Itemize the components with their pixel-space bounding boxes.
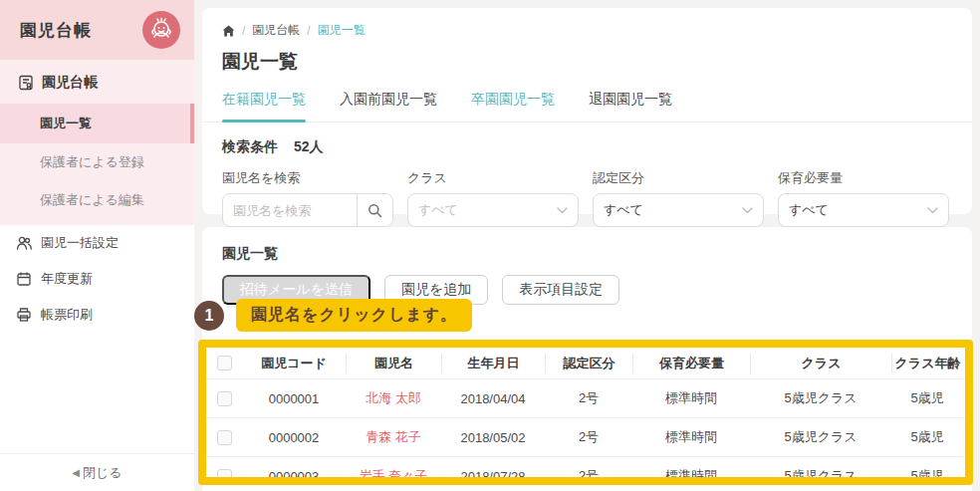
filter-name-label: 園児名を検索 bbox=[222, 169, 393, 187]
sidebar-item-label: 帳票印刷 bbox=[41, 306, 93, 324]
cell-birthday: 2018/05/02 bbox=[441, 418, 545, 456]
name-search-input[interactable] bbox=[223, 203, 357, 218]
cell-class-age: 5歳児 bbox=[891, 457, 963, 477]
select-all-checkbox[interactable] bbox=[217, 356, 232, 370]
breadcrumb-separator: / bbox=[242, 24, 245, 38]
display-settings-button[interactable]: 表示項目設定 bbox=[502, 275, 619, 305]
page-title: 園児一覧 bbox=[202, 39, 972, 75]
filter-care-amount-label: 保育必要量 bbox=[778, 169, 949, 187]
table-row: 0000002 青森 花子 2018/05/02 2号 標準時間 5歳児クラス … bbox=[206, 417, 965, 456]
search-conditions-header: 検索条件 52人 bbox=[202, 123, 972, 156]
col-header-name: 園児名 bbox=[346, 354, 441, 373]
class-select[interactable]: すべて bbox=[407, 193, 579, 227]
col-header-certification: 認定区分 bbox=[545, 354, 632, 373]
child-face-icon bbox=[142, 11, 180, 49]
breadcrumb-level1[interactable]: 園児台帳 bbox=[252, 22, 300, 39]
main-area: / 園児台帳 / 園児一覧 園児一覧 在籍園児一覧 入園前園児一覧 卒園園児一覧… bbox=[194, 0, 980, 491]
cell-code: 0000002 bbox=[242, 418, 346, 456]
sidebar-item-guardian-register[interactable]: 保護者による登録 bbox=[0, 143, 194, 181]
certification-select-value: すべて bbox=[604, 201, 643, 219]
header-card: / 園児台帳 / 園児一覧 園児一覧 在籍園児一覧 入園前園児一覧 卒園園児一覧… bbox=[202, 8, 972, 214]
filter-care-amount: 保育必要量 すべて bbox=[778, 169, 949, 227]
tab-bar: 在籍園児一覧 入園前園児一覧 卒園園児一覧 退園園児一覧 bbox=[202, 75, 972, 123]
chevron-down-icon bbox=[742, 207, 753, 214]
cell-certification: 2号 bbox=[545, 418, 632, 456]
col-header-birthday: 生年月日 bbox=[441, 354, 545, 373]
child-name-link[interactable]: 北海 太郎 bbox=[366, 389, 421, 407]
cell-birthday: 2018/07/28 bbox=[441, 457, 545, 477]
care-amount-select[interactable]: すべて bbox=[778, 193, 949, 227]
breadcrumb: / 園児台帳 / 園児一覧 bbox=[202, 8, 972, 39]
tab-graduated[interactable]: 卒園園児一覧 bbox=[471, 91, 555, 122]
search-button[interactable] bbox=[357, 194, 392, 226]
filter-row: 園児名を検索 クラス すべて bbox=[202, 156, 972, 227]
sidebar-item-child-list[interactable]: 園児一覧 bbox=[0, 104, 194, 143]
col-header-class-age: クラス年齢 bbox=[891, 354, 963, 373]
sidebar-item-label: 園児一括設定 bbox=[41, 234, 119, 252]
name-search-control bbox=[222, 193, 393, 227]
step-1-marker: 1 bbox=[194, 301, 224, 331]
calendar-icon bbox=[16, 271, 32, 287]
filter-certification: 認定区分 すべて bbox=[593, 169, 764, 227]
row-checkbox[interactable] bbox=[217, 430, 232, 445]
home-icon[interactable] bbox=[222, 25, 235, 37]
sidebar-item-print[interactable]: 帳票印刷 bbox=[0, 297, 194, 333]
filter-name: 園児名を検索 bbox=[222, 169, 393, 227]
document-icon bbox=[18, 75, 34, 91]
cell-certification: 2号 bbox=[545, 457, 632, 477]
sidebar: 園児台帳 園児台帳 園児一覧 保護者による登 bbox=[0, 0, 194, 491]
sidebar-item-label: 年度更新 bbox=[41, 270, 93, 288]
chevron-down-icon bbox=[557, 207, 568, 214]
care-amount-select-value: すべて bbox=[789, 201, 829, 219]
result-count: 52人 bbox=[294, 138, 324, 156]
child-name-link[interactable]: 岩手 奈々子 bbox=[360, 467, 428, 477]
cell-class-age: 5歳児 bbox=[891, 379, 963, 417]
row-checkbox[interactable] bbox=[217, 391, 232, 406]
people-icon bbox=[16, 235, 32, 251]
filter-certification-label: 認定区分 bbox=[593, 169, 764, 187]
app-title: 園児台帳 bbox=[20, 19, 142, 42]
cell-care: 標準時間 bbox=[632, 379, 750, 417]
sidebar-header: 園児台帳 bbox=[0, 0, 194, 60]
col-header-code: 園児コード bbox=[242, 354, 346, 373]
certification-select[interactable]: すべて bbox=[593, 193, 764, 227]
col-header-care: 保育必要量 bbox=[632, 354, 750, 373]
search-icon bbox=[368, 203, 382, 218]
cell-class: 5歳児クラス bbox=[750, 379, 891, 417]
filter-class-label: クラス bbox=[407, 169, 579, 187]
sidebar-group-registry: 園児台帳 園児一覧 保護者による登録 保護者による編集 bbox=[0, 60, 194, 225]
collapse-icon: ◀ bbox=[72, 467, 80, 478]
child-table: 園児コード 園児名 生年月日 認定区分 保育必要量 クラス クラス年齢 0000… bbox=[206, 348, 965, 477]
table-row: 0000001 北海 太郎 2018/04/04 2号 標準時間 5歳児クラス … bbox=[206, 378, 965, 417]
child-name-link[interactable]: 青森 花子 bbox=[366, 428, 421, 446]
cell-care: 標準時間 bbox=[632, 418, 750, 456]
sidebar-item-registry[interactable]: 園児台帳 bbox=[0, 60, 194, 104]
list-section-title: 園児一覧 bbox=[202, 227, 972, 263]
tab-withdrawn[interactable]: 退園園児一覧 bbox=[589, 91, 672, 122]
sidebar-item-label: 園児台帳 bbox=[42, 74, 98, 92]
sidebar-item-guardian-edit[interactable]: 保護者による編集 bbox=[0, 181, 194, 219]
printer-icon bbox=[16, 307, 32, 323]
breadcrumb-level2[interactable]: 園児一覧 bbox=[318, 22, 366, 39]
cell-code: 0000003 bbox=[242, 457, 346, 477]
cell-care: 標準時間 bbox=[632, 457, 750, 477]
tab-enrolled[interactable]: 在籍園児一覧 bbox=[222, 91, 306, 122]
sidebar-collapse-button[interactable]: ◀ 閉じる bbox=[0, 453, 194, 491]
cell-birthday: 2018/04/04 bbox=[441, 379, 545, 417]
cell-class-age: 5歳児 bbox=[891, 418, 963, 456]
highlight-frame: 園児コード 園児名 生年月日 認定区分 保育必要量 クラス クラス年齢 0000… bbox=[198, 340, 973, 485]
cell-certification: 2号 bbox=[545, 379, 632, 417]
table-row: 0000003 岩手 奈々子 2018/07/28 2号 標準時間 5歳児クラス… bbox=[206, 456, 965, 477]
instruction-callout: 園児名をクリックします。 bbox=[236, 299, 472, 332]
tab-pre-enrollment[interactable]: 入園前園児一覧 bbox=[340, 91, 437, 122]
sidebar-item-year-update[interactable]: 年度更新 bbox=[0, 261, 194, 297]
collapse-label: 閉じる bbox=[83, 464, 122, 482]
class-select-value: すべて bbox=[418, 201, 458, 219]
cell-class: 5歳児クラス bbox=[750, 457, 891, 477]
row-checkbox[interactable] bbox=[217, 469, 232, 478]
cell-class: 5歳児クラス bbox=[750, 418, 891, 456]
sidebar-item-bulk-settings[interactable]: 園児一括設定 bbox=[0, 225, 194, 261]
cell-code: 0000001 bbox=[242, 379, 346, 417]
search-conditions-label: 検索条件 bbox=[222, 138, 278, 156]
table-header-row: 園児コード 園児名 生年月日 認定区分 保育必要量 クラス クラス年齢 bbox=[206, 348, 965, 378]
